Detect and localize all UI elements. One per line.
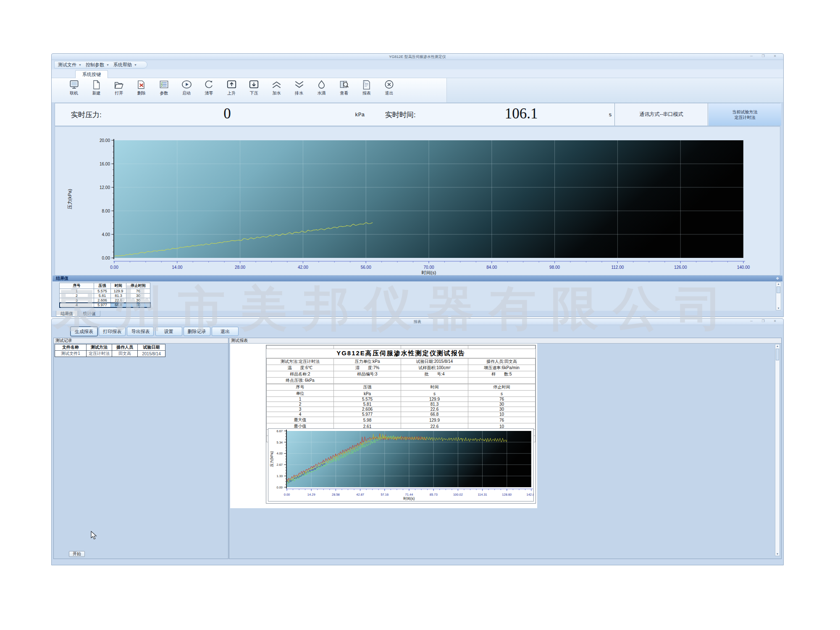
svg-text:100.02: 100.02 [453,493,463,496]
toolbar-button-9[interactable]: 加水 [266,79,287,102]
report-button-3[interactable]: 设置 [155,327,182,336]
result-row[interactable]: 45.97766.810 [60,303,150,307]
minimize-icon[interactable]: ─ [749,54,754,58]
report-button-5[interactable]: 退出 [212,327,239,336]
report-empty-cell [334,346,401,349]
report-button-0[interactable]: 生成报表 [71,327,97,336]
report-data-cell: 30 [468,402,536,407]
results-tabs: 结果值统计值 [56,311,100,317]
svg-text:8.00: 8.00 [102,209,110,213]
record-cell: 田文高 [112,351,138,357]
chevron-down-icon: ▼ [106,63,109,66]
results-tab-1[interactable]: 统计值 [79,311,100,317]
toolbar-button-label: 上升 [227,90,236,96]
toolbar-button-11[interactable]: 水滴 [311,79,332,102]
results-scrollbar[interactable]: ▲ ▼ [776,282,781,310]
report-chart-box: 0.001.332.674.005.346.670.0014.2928.5842… [268,428,534,501]
result-row[interactable]: 32.60622.630 [60,298,150,303]
tab-system-keys[interactable]: 系统按键 [75,70,108,78]
toolbar-button-10[interactable]: 排水 [289,79,310,102]
report-button-4[interactable]: 删除记录 [184,327,210,336]
records-caption: 测试记录 [54,338,228,344]
report-window-titlebar[interactable]: 报表 ─ ❐ ✕ [52,319,783,325]
toolbar-spacer [446,78,783,102]
result-row[interactable]: 25.8181.330 [60,294,150,298]
maximize-icon[interactable]: ❐ [761,54,766,58]
result-cell: 5.81 [94,294,111,298]
menu-item-0[interactable]: 测试文件▼ [58,62,81,68]
toolbar-button-2[interactable]: 打开 [108,79,129,102]
svg-text:84.00: 84.00 [486,265,497,270]
start-button[interactable]: 开始 [69,551,85,557]
toolbar-button-label: 下压 [250,90,258,96]
result-cell: 1 [60,289,94,294]
monitor-icon [68,79,80,89]
chevron-down-icon: ▼ [79,63,81,66]
result-cell: 2 [60,294,94,298]
scrollbar-thumb[interactable] [776,349,779,360]
toolbar-button-8[interactable]: 下压 [244,79,265,102]
result-cell: 81.3 [111,294,126,298]
toolbar-button-6[interactable]: 清零 [199,79,220,102]
minimize-icon[interactable]: ─ [749,319,754,323]
svg-text:20.00: 20.00 [100,138,110,143]
current-method-box[interactable]: 当前试验方法 定压计时法 [709,103,781,126]
result-cell: 5.575 [94,289,111,294]
svg-text:14.00: 14.00 [172,265,182,270]
scrollbar-thumb[interactable] [777,286,780,293]
toolbar-button-13[interactable]: 报表 [356,79,377,102]
chevron-down-icon: ▼ [134,63,137,66]
toolbar-button-4[interactable]: 参数 [153,79,174,102]
svg-text:114.31: 114.31 [478,493,487,496]
toolbar-button-label: 清零 [205,90,213,96]
svg-text:71.44: 71.44 [405,493,413,496]
main-window-titlebar[interactable]: YG812E 型高压伺服渗水性测定仪 ─ ❐ ✕ [52,54,783,60]
pressure-label: 实时压力: [71,110,102,120]
svg-text:0.00: 0.00 [276,486,283,489]
toolbar-button-14[interactable]: 退出 [378,79,399,102]
results-tab-0[interactable]: 结果值 [56,311,78,317]
time-value: 106.1 [479,105,563,122]
report-data-cell: 76 [468,397,536,402]
record-row[interactable]: 测试文件1定压计时法田文高2015/8/14 [55,351,165,357]
report-data-cell: 66.8 [401,412,468,417]
maximize-icon[interactable]: ❐ [761,319,766,323]
report-button-1[interactable]: 打印报表 [99,327,126,336]
droplet-icon [316,79,327,89]
svg-text:128.60: 128.60 [502,493,512,496]
results-header: 时间 [111,283,126,289]
report-button-2[interactable]: 导出报表 [127,327,154,336]
toolbar-button-3[interactable]: 删除 [131,79,152,102]
records-table: 文件名称测试方法操作人员试验日期测试文件1定压计时法田文高2015/8/14 [55,344,165,357]
report-info-cell: 样品编号:3 [334,371,401,378]
result-cell: 66.8 [111,303,126,307]
toolbar-button-5[interactable]: 启动 [176,79,197,102]
toolbar-button-12[interactable]: 查看 [333,79,354,102]
main-window-title: YG812E 型高压伺服渗水性测定仪 [389,54,446,60]
toolbar-button-label: 删除 [137,90,146,96]
svg-text:16.00: 16.00 [100,162,110,166]
records-header: 操作人员 [112,344,138,351]
toolbar-button-label: 报表 [362,90,371,96]
report-data-cell: 5.81 [334,402,401,407]
results-area: 序号压强时间停止时间15.575129.97625.8181.33032.606… [52,281,782,311]
report-empty-cell [468,346,536,349]
toolbar-button-7[interactable]: 上升 [221,79,242,102]
report-button-row: 生成报表打印报表导出报表设置删除记录退出 [52,326,783,337]
svg-text:14.29: 14.29 [307,493,315,496]
report-scrollbar[interactable]: ▲ ▼ [775,344,780,556]
report-view-panel: 测试报表 YG812E高压伺服渗水性测定仪测试报告 测试方法:定压计时法压力单位… [229,338,782,559]
toolbar-button-0[interactable]: 联机 [63,79,84,102]
report-data-row: 最大值5.98129.976 [267,417,536,423]
result-row[interactable]: 15.575129.976 [60,289,150,294]
result-cell: 30 [126,294,150,298]
arrow-up-icon [226,79,237,89]
report-info-cell [401,378,468,384]
report-table-header: 压强 [334,384,401,391]
toolbar-button-1[interactable]: 新建 [86,79,107,102]
close-icon[interactable]: ✕ [772,54,777,58]
menu-item-2[interactable]: 系统帮助▼ [113,62,137,68]
menu-item-1[interactable]: 控制参数▼ [86,62,109,68]
close-icon[interactable]: ✕ [772,319,777,323]
svg-text:时间(s): 时间(s) [422,270,436,275]
